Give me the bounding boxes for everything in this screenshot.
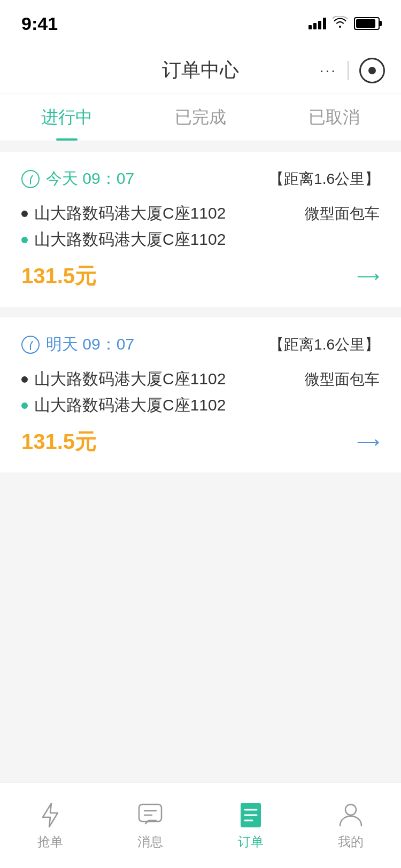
header-actions: ···: [320, 58, 385, 83]
clock-hand-h-2: [30, 340, 33, 345]
dropoff-dot-2: [21, 402, 28, 409]
order-list: 今天 09：07 【距离1.6公里】 山大路数码港大厦C座1102 微型面包车 …: [0, 141, 401, 494]
clock-icon-2: [21, 336, 40, 354]
tab-cancelled-label: 已取消: [309, 106, 360, 129]
clock-hand-h-1: [30, 175, 33, 179]
order-2-price: 131.5元: [21, 427, 96, 456]
order-2-footer: 131.5元 ⟶: [21, 427, 380, 456]
status-time: 9:41: [21, 13, 58, 34]
nav-item-mine[interactable]: 我的: [301, 801, 402, 850]
order-1-vehicle: 微型面包车: [305, 204, 380, 224]
order-card-2[interactable]: 明天 09：07 【距离1.6公里】 山大路数码港大厦C座1102 微型面包车 …: [0, 317, 401, 472]
status-bar: 9:41: [0, 0, 401, 47]
nav-order-label: 订单: [238, 833, 264, 850]
order-2-pickup-row: 山大路数码港大厦C座1102 微型面包车: [21, 368, 380, 390]
order-1-time: 今天 09：07: [21, 168, 134, 190]
order-2-dropoff-row: 山大路数码港大厦C座1102: [21, 394, 380, 416]
order-2-time: 明天 09：07: [21, 334, 134, 355]
page-title: 订单中心: [162, 57, 239, 83]
signal-icon: [309, 18, 326, 29]
more-options-icon[interactable]: ···: [320, 62, 337, 79]
order-2-pickup-text: 山大路数码港大厦C座1102: [34, 368, 226, 390]
target-inner: [368, 67, 376, 74]
bolt-icon: [36, 801, 64, 829]
tab-active-indicator: [56, 138, 78, 141]
order-1-dropoff-text: 山大路数码港大厦C座1102: [34, 229, 226, 251]
order-2-vehicle: 微型面包车: [305, 369, 380, 390]
order-icon: [237, 801, 265, 829]
order-1-time-text: 今天 09：07: [46, 168, 134, 190]
nav-message-label: 消息: [137, 833, 163, 850]
order-1-pickup: 山大路数码港大厦C座1102: [21, 203, 226, 224]
order-1-dropoff: 山大路数码港大厦C座1102: [21, 229, 226, 251]
order-1-distance: 【距离1.6公里】: [269, 169, 380, 189]
order-1-header: 今天 09：07 【距离1.6公里】: [21, 168, 380, 190]
bottom-nav: 抢单 消息 订单: [0, 782, 401, 868]
nav-item-message[interactable]: 消息: [101, 801, 201, 850]
pickup-dot-1: [21, 211, 28, 217]
clock-hand-m-1: [30, 179, 31, 184]
tab-in-progress[interactable]: 进行中: [0, 94, 134, 141]
nav-mine-label: 我的: [338, 833, 364, 850]
tab-cancelled[interactable]: 已取消: [267, 94, 401, 141]
nav-item-grab[interactable]: 抢单: [0, 801, 101, 850]
order-1-dropoff-row: 山大路数码港大厦C座1102: [21, 229, 380, 251]
order-1-arrow[interactable]: ⟶: [357, 267, 380, 285]
clock-icon-1: [21, 170, 40, 188]
header: 订单中心 ···: [0, 47, 401, 94]
order-2-dropoff: 山大路数码港大厦C座1102: [21, 394, 226, 416]
tab-completed[interactable]: 已完成: [134, 94, 267, 141]
order-1-footer: 131.5元 ⟶: [21, 261, 380, 291]
wifi-icon: [333, 16, 348, 31]
order-1-price: 131.5元: [21, 261, 96, 291]
tab-in-progress-label: 进行中: [41, 106, 92, 129]
tabs: 进行中 已完成 已取消: [0, 94, 401, 141]
order-1-pickup-row: 山大路数码港大厦C座1102 微型面包车: [21, 203, 380, 224]
pickup-dot-2: [21, 376, 28, 383]
order-2-arrow[interactable]: ⟶: [357, 432, 380, 451]
order-2-distance: 【距离1.6公里】: [269, 335, 380, 355]
order-1-pickup-text: 山大路数码港大厦C座1102: [34, 203, 226, 224]
header-divider: [348, 61, 349, 80]
target-icon[interactable]: [359, 58, 385, 83]
order-2-pickup: 山大路数码港大厦C座1102: [21, 368, 226, 390]
status-icons: [309, 16, 380, 31]
message-icon: [136, 801, 164, 829]
tab-completed-label: 已完成: [175, 106, 226, 129]
user-icon: [337, 801, 365, 829]
battery-icon: [354, 17, 380, 30]
order-card-1[interactable]: 今天 09：07 【距离1.6公里】 山大路数码港大厦C座1102 微型面包车 …: [0, 152, 401, 307]
svg-point-7: [345, 804, 356, 815]
svg-rect-0: [139, 804, 161, 821]
order-2-dropoff-text: 山大路数码港大厦C座1102: [34, 394, 226, 416]
nav-grab-label: 抢单: [37, 833, 63, 850]
nav-item-order[interactable]: 订单: [200, 801, 301, 850]
dropoff-dot-1: [21, 237, 28, 243]
clock-hand-m-2: [30, 345, 31, 350]
order-2-header: 明天 09：07 【距离1.6公里】: [21, 334, 380, 355]
order-2-time-text: 明天 09：07: [46, 334, 134, 355]
